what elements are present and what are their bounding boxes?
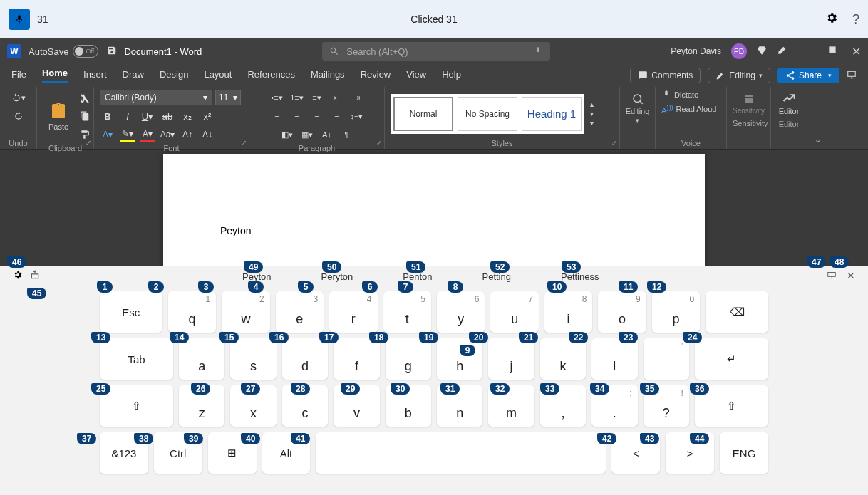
tab-design[interactable]: Design (160, 69, 188, 83)
key-a[interactable]: a (179, 338, 224, 380)
borders-button[interactable]: ▦▾ (299, 127, 315, 142)
key-w[interactable]: 2w (222, 291, 269, 333)
multilevel-button[interactable]: ≡▾ (309, 90, 325, 105)
diamond-icon[interactable] (757, 46, 767, 58)
key-p[interactable]: 0p (652, 291, 700, 333)
line-spacing-button[interactable]: ↕≡▾ (349, 108, 365, 124)
shading-button[interactable]: ◧▾ (279, 127, 295, 142)
align-right-button[interactable]: ≡ (309, 108, 325, 124)
key-t[interactable]: 5t (383, 291, 431, 333)
decrease-indent-button[interactable]: ⇤ (329, 90, 345, 105)
present-icon[interactable] (847, 70, 857, 82)
key-space[interactable]: " (644, 338, 689, 380)
eraser-icon[interactable] (777, 46, 787, 58)
sort-button[interactable]: A↓ (319, 127, 335, 142)
key-k[interactable]: k (540, 338, 586, 380)
collapse-ribbon-button[interactable]: ⌄ (815, 135, 821, 145)
tab-home[interactable]: Home (42, 68, 68, 83)
styles-down-button[interactable]: ▾ (590, 110, 594, 118)
suggestion-4[interactable]: Pettiness (561, 271, 599, 282)
tab-view[interactable]: View (406, 69, 426, 83)
key-s[interactable]: s (230, 338, 276, 380)
styles-gallery[interactable]: Normal No Spacing Heading 1 (391, 94, 584, 134)
key-[interactable]: ↵ (695, 338, 768, 380)
close-button[interactable]: ✕ (852, 45, 861, 58)
editing-mode-button[interactable]: Editing▾ (708, 68, 770, 83)
styles-up-button[interactable]: ▴ (590, 100, 594, 108)
key-j[interactable]: j (488, 338, 534, 380)
font-name-select[interactable]: Calibri (Body)▾ (100, 90, 212, 105)
undo-button[interactable]: ▾ (11, 90, 26, 105)
justify-button[interactable]: ≡ (329, 108, 345, 124)
copy-button[interactable] (77, 108, 93, 124)
paragraph-launcher[interactable]: ⤢ (376, 139, 382, 147)
key-[interactable]: ⌫ (706, 291, 768, 333)
tab-help[interactable]: Help (442, 69, 461, 83)
user-name[interactable]: Peyton Davis (671, 46, 721, 56)
text-effects-button[interactable]: A▾ (100, 127, 115, 142)
show-marks-button[interactable]: ¶ (339, 127, 355, 142)
suggestion-0[interactable]: Peyton (242, 271, 271, 282)
suggestion-1[interactable]: Peryton (321, 271, 353, 282)
key-space[interactable] (316, 432, 606, 474)
key-l[interactable]: l (591, 338, 637, 380)
tab-layout[interactable]: Layout (204, 69, 232, 83)
keyboard-undock-icon[interactable] (30, 270, 40, 282)
read-aloud-button[interactable]: A)))Read Aloud (661, 104, 716, 115)
clipboard-launcher[interactable]: ⤢ (86, 139, 91, 147)
key-g[interactable]: g (386, 338, 431, 380)
key-o[interactable]: 9o (598, 291, 646, 333)
keyboard-dock-icon[interactable] (827, 270, 837, 282)
help-icon[interactable]: ? (852, 12, 859, 27)
suggestion-2[interactable]: Penton (403, 271, 432, 282)
align-center-button[interactable]: ≡ (289, 108, 305, 124)
save-icon[interactable] (107, 46, 117, 58)
underline-button[interactable]: U▾ (140, 108, 155, 124)
numbering-button[interactable]: 1≡▾ (289, 90, 305, 105)
key-e[interactable]: 3e (276, 291, 324, 333)
styles-more-button[interactable]: ▾ (590, 119, 594, 127)
mic-button[interactable] (9, 9, 30, 30)
keyboard-settings-icon[interactable] (13, 270, 23, 282)
shrink-font-button[interactable]: A↓ (200, 127, 215, 142)
tab-review[interactable]: Review (361, 69, 391, 83)
document-text[interactable]: Peyton (220, 225, 648, 236)
key-y[interactable]: 6y (437, 291, 485, 333)
dictate-button[interactable]: Dictate (661, 90, 698, 100)
sensitivity-button[interactable]: Sensitivity (733, 90, 765, 118)
key-d[interactable]: d (282, 338, 328, 380)
key-esc[interactable]: Esc (100, 291, 162, 333)
user-avatar[interactable]: PD (731, 43, 747, 59)
style-normal[interactable]: Normal (393, 97, 453, 131)
keyboard-close-icon[interactable]: ✕ (847, 270, 855, 281)
subscript-button[interactable]: x₂ (180, 108, 195, 124)
share-button[interactable]: Share▾ (777, 68, 839, 83)
key-i[interactable]: 8i (544, 291, 592, 333)
bullets-button[interactable]: •≡▾ (269, 90, 285, 105)
key-u[interactable]: 7u (490, 291, 538, 333)
maximize-button[interactable] (827, 45, 837, 58)
autosave-toggle[interactable]: AutoSave Off (29, 45, 98, 58)
suggestion-3[interactable]: Petting (482, 271, 511, 282)
bold-button[interactable]: B (100, 108, 115, 124)
strike-button[interactable]: ab (160, 108, 175, 124)
align-left-button[interactable]: ≡ (269, 108, 285, 124)
key-tab[interactable]: Tab (100, 338, 173, 380)
increase-indent-button[interactable]: ⇥ (349, 90, 365, 105)
font-launcher[interactable]: ⤢ (241, 139, 247, 147)
cut-button[interactable] (77, 90, 93, 105)
grow-font-button[interactable]: A↑ (180, 127, 195, 142)
editor-button[interactable]: Editor (777, 90, 801, 118)
comments-button[interactable]: Comments (630, 68, 701, 83)
italic-button[interactable]: I (120, 108, 135, 124)
editing-button[interactable]: Editing▾ (626, 90, 649, 127)
tab-references[interactable]: References (247, 69, 294, 83)
key-r[interactable]: 4r (329, 291, 377, 333)
search-box[interactable]: Search (Alt+Q) (322, 42, 550, 61)
key-q[interactable]: 1q (168, 291, 216, 333)
tab-file[interactable]: File (11, 69, 26, 83)
change-case-button[interactable]: Aa▾ (160, 127, 175, 142)
tab-mailings[interactable]: Mailings (311, 69, 345, 83)
font-color-button[interactable]: A▾ (140, 127, 155, 142)
tab-draw[interactable]: Draw (123, 69, 144, 83)
